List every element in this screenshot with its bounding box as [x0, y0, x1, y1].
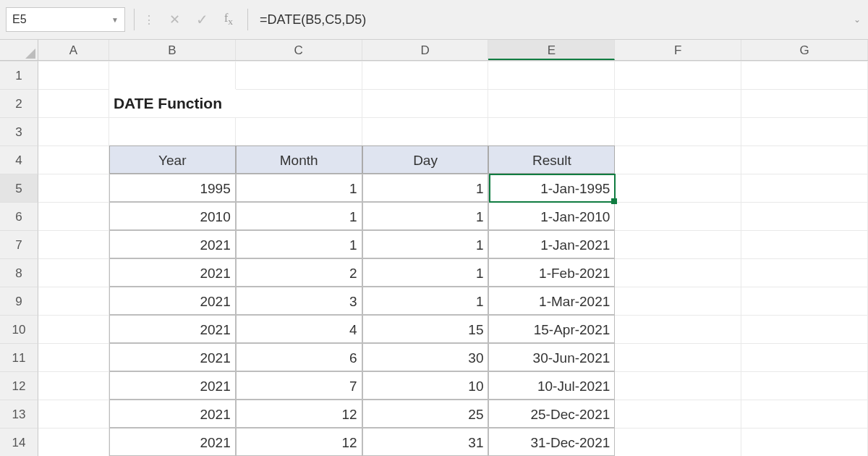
cell-A6[interactable]	[38, 202, 109, 230]
row-header-1[interactable]: 1	[0, 61, 38, 89]
col-header-E[interactable]: E	[488, 40, 615, 60]
cell-G13[interactable]	[741, 400, 868, 428]
cell-G12[interactable]	[741, 371, 868, 400]
formula-input[interactable]: =DATE(B5,C5,D5)	[260, 7, 846, 32]
cell-F8[interactable]	[615, 258, 741, 287]
cell-A10[interactable]	[38, 315, 109, 343]
cell-A9[interactable]	[38, 287, 109, 315]
cell-D5[interactable]: 1	[362, 174, 489, 202]
spreadsheet-grid[interactable]: A B C D E F G 1 2 DATE Function 3	[0, 40, 868, 456]
cell-G14[interactable]	[741, 428, 868, 456]
row-header-13[interactable]: 13	[0, 400, 38, 428]
cell-C12[interactable]: 7	[236, 371, 362, 400]
cell-A1[interactable]	[38, 61, 109, 89]
cell-D14[interactable]: 31	[362, 428, 489, 456]
cell-B1[interactable]	[109, 61, 236, 89]
cell-F3[interactable]	[615, 117, 741, 145]
cell-D7[interactable]: 1	[362, 230, 489, 258]
col-header-D[interactable]: D	[362, 40, 489, 60]
cell-B14[interactable]: 2021	[109, 428, 236, 456]
cell-B11[interactable]: 2021	[109, 343, 236, 371]
cell-F9[interactable]	[615, 287, 741, 315]
cell-C2[interactable]	[236, 89, 362, 117]
cell-F10[interactable]	[615, 315, 741, 343]
cell-B7[interactable]: 2021	[109, 230, 236, 258]
cell-E13[interactable]: 25-Dec-2021	[488, 400, 615, 428]
cell-G3[interactable]	[741, 117, 868, 145]
cell-G8[interactable]	[741, 258, 868, 287]
cell-F14[interactable]	[615, 428, 741, 456]
cell-B10[interactable]: 2021	[109, 315, 236, 343]
cell-A3[interactable]	[38, 117, 109, 145]
cell-F6[interactable]	[615, 202, 741, 230]
cell-A11[interactable]	[38, 343, 109, 371]
cell-A8[interactable]	[38, 258, 109, 287]
cell-G6[interactable]	[741, 202, 868, 230]
cell-E9[interactable]: 1-Mar-2021	[488, 287, 615, 315]
cell-A7[interactable]	[38, 230, 109, 258]
cell-C3[interactable]	[236, 117, 362, 145]
cell-B3[interactable]	[109, 117, 236, 145]
cell-F13[interactable]	[615, 400, 741, 428]
row-header-4[interactable]: 4	[0, 145, 38, 174]
cell-D3[interactable]	[362, 117, 489, 145]
row-header-6[interactable]: 6	[0, 202, 38, 230]
cell-D12[interactable]: 10	[362, 371, 489, 400]
cell-B4-header[interactable]: Year	[109, 145, 236, 174]
cell-E14[interactable]: 31-Dec-2021	[488, 428, 615, 456]
cell-E5[interactable]: 1-Jan-1995	[488, 174, 615, 202]
row-header-3[interactable]: 3	[0, 117, 38, 145]
col-header-C[interactable]: C	[236, 40, 362, 60]
name-box-dropdown-icon[interactable]: ▼	[111, 16, 119, 24]
cell-F2[interactable]	[615, 89, 741, 117]
cell-C7[interactable]: 1	[236, 230, 362, 258]
cell-C13[interactable]: 12	[236, 400, 362, 428]
cell-C5[interactable]: 1	[236, 174, 362, 202]
cell-B5[interactable]: 1995	[109, 174, 236, 202]
cell-G7[interactable]	[741, 230, 868, 258]
cell-A13[interactable]	[38, 400, 109, 428]
col-header-G[interactable]: G	[741, 40, 868, 60]
cancel-icon[interactable]: ✕	[169, 12, 180, 28]
cell-C10[interactable]: 4	[236, 315, 362, 343]
cell-F1[interactable]	[615, 61, 741, 89]
cell-B8[interactable]: 2021	[109, 258, 236, 287]
cell-G5[interactable]	[741, 174, 868, 202]
cell-A5[interactable]	[38, 174, 109, 202]
cell-E1[interactable]	[488, 61, 615, 89]
row-header-2[interactable]: 2	[0, 89, 38, 117]
cell-A4[interactable]	[38, 145, 109, 174]
cell-D8[interactable]: 1	[362, 258, 489, 287]
cell-A14[interactable]	[38, 428, 109, 456]
expand-formula-bar-icon[interactable]: ⌄	[846, 14, 868, 25]
cell-G2[interactable]	[741, 89, 868, 117]
col-header-B[interactable]: B	[109, 40, 236, 60]
cell-B2-title[interactable]: DATE Function	[109, 89, 236, 117]
name-box[interactable]: E5 ▼	[6, 7, 125, 32]
cell-G10[interactable]	[741, 315, 868, 343]
cell-B12[interactable]: 2021	[109, 371, 236, 400]
cell-B6[interactable]: 2010	[109, 202, 236, 230]
cell-F12[interactable]	[615, 371, 741, 400]
cell-D6[interactable]: 1	[362, 202, 489, 230]
cell-D2[interactable]	[362, 89, 489, 117]
cell-D13[interactable]: 25	[362, 400, 489, 428]
cell-F7[interactable]	[615, 230, 741, 258]
select-all-corner[interactable]	[0, 40, 38, 60]
cell-G11[interactable]	[741, 343, 868, 371]
enter-icon[interactable]: ✓	[196, 11, 208, 28]
cell-D9[interactable]: 1	[362, 287, 489, 315]
cell-E2[interactable]	[488, 89, 615, 117]
row-header-14[interactable]: 14	[0, 428, 38, 456]
cell-D10[interactable]: 15	[362, 315, 489, 343]
cell-B9[interactable]: 2021	[109, 287, 236, 315]
cell-E3[interactable]	[488, 117, 615, 145]
col-header-F[interactable]: F	[615, 40, 741, 60]
col-header-A[interactable]: A	[38, 40, 109, 60]
cell-F11[interactable]	[615, 343, 741, 371]
row-header-12[interactable]: 12	[0, 371, 38, 400]
cell-B13[interactable]: 2021	[109, 400, 236, 428]
row-header-5[interactable]: 5	[0, 174, 38, 202]
cell-D1[interactable]	[362, 61, 489, 89]
cell-C11[interactable]: 6	[236, 343, 362, 371]
